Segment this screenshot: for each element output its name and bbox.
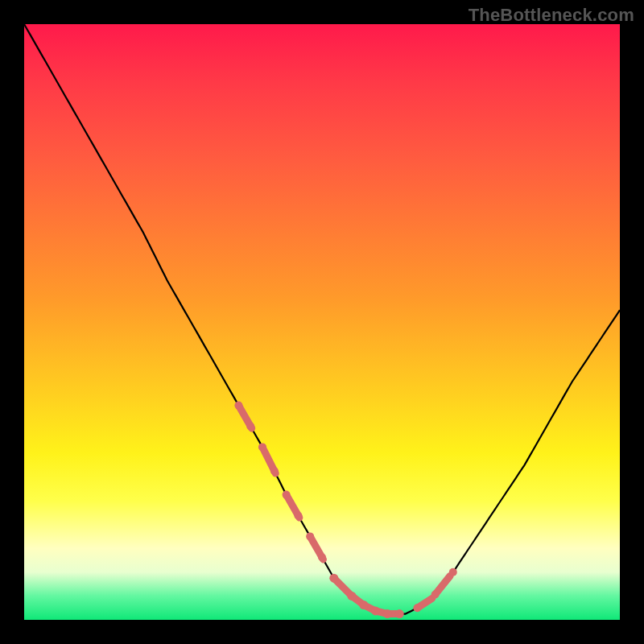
curve-svg xyxy=(24,24,620,620)
marker-dot xyxy=(348,592,357,601)
marker-dot xyxy=(413,604,421,612)
marker-dot xyxy=(306,532,314,540)
marker-dot xyxy=(294,512,302,520)
marker-dot xyxy=(371,606,380,615)
marker-group xyxy=(234,402,456,618)
marker-dot xyxy=(246,423,254,431)
bottleneck-curve-line xyxy=(24,24,620,614)
plot-area xyxy=(24,24,620,620)
marker-dot xyxy=(431,591,440,599)
marker-dot xyxy=(258,443,266,451)
marker-dot xyxy=(270,467,279,475)
marker-dot xyxy=(383,609,392,618)
marker-dot xyxy=(283,491,291,499)
chart-frame: TheBottleneck.com xyxy=(0,0,644,644)
marker-dot xyxy=(395,609,404,618)
marker-dot xyxy=(329,574,338,583)
marker-dot xyxy=(234,402,242,410)
watermark-text: TheBottleneck.com xyxy=(469,5,634,26)
marker-dot xyxy=(449,568,457,576)
marker-dot xyxy=(318,553,326,561)
marker-dot xyxy=(359,601,368,609)
